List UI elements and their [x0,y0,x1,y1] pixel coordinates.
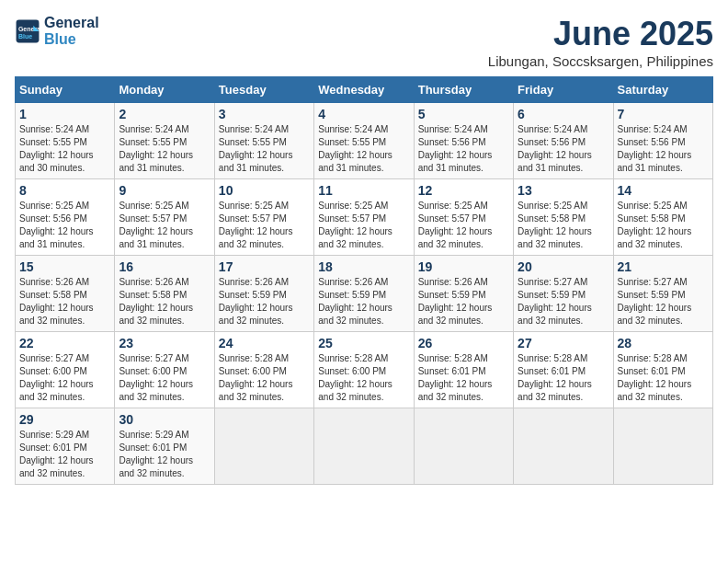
table-row: 20Sunrise: 5:27 AMSunset: 5:59 PMDayligh… [514,256,613,332]
calendar-body: 1Sunrise: 5:24 AMSunset: 5:55 PMDaylight… [16,103,713,485]
day-number: 14 [618,183,709,198]
day-number: 27 [518,336,609,350]
day-info: Sunrise: 5:25 AMSunset: 5:57 PMDaylight:… [418,200,509,251]
weekday-header: Wednesday [314,77,414,103]
table-row: 30Sunrise: 5:29 AMSunset: 6:01 PMDayligh… [115,408,214,485]
weekday-header: Thursday [414,77,513,103]
table-row: 4Sunrise: 5:24 AMSunset: 5:55 PMDaylight… [314,103,414,179]
logo-icon: General Blue [15,18,40,44]
day-info: Sunrise: 5:28 AMSunset: 6:01 PMDaylight:… [618,352,709,404]
day-info: Sunrise: 5:27 AMSunset: 6:00 PMDaylight:… [119,352,210,404]
table-row: 3Sunrise: 5:24 AMSunset: 5:55 PMDaylight… [214,103,313,179]
weekday-header: Tuesday [214,77,313,103]
table-row: 6Sunrise: 5:24 AMSunset: 5:56 PMDaylight… [514,103,613,179]
day-info: Sunrise: 5:24 AMSunset: 5:55 PMDaylight:… [19,123,110,175]
table-row: 10Sunrise: 5:25 AMSunset: 5:57 PMDayligh… [214,179,313,256]
table-row: 22Sunrise: 5:27 AMSunset: 6:00 PMDayligh… [16,332,115,408]
day-number: 16 [119,259,210,274]
day-number: 18 [318,259,409,274]
day-number: 15 [19,259,110,274]
day-number: 19 [418,259,509,274]
header: General Blue General Blue June 2025 Libu… [15,15,713,69]
calendar-week-row: 15Sunrise: 5:26 AMSunset: 5:58 PMDayligh… [16,256,713,332]
day-number: 13 [518,183,609,198]
table-row [314,408,414,485]
calendar-week-row: 8Sunrise: 5:25 AMSunset: 5:56 PMDaylight… [16,179,713,256]
table-row: 9Sunrise: 5:25 AMSunset: 5:57 PMDaylight… [115,179,214,256]
day-info: Sunrise: 5:24 AMSunset: 5:55 PMDaylight:… [318,123,409,175]
calendar-table: SundayMondayTuesdayWednesdayThursdayFrid… [15,76,713,485]
table-row: 16Sunrise: 5:26 AMSunset: 5:58 PMDayligh… [115,256,214,332]
table-row: 18Sunrise: 5:26 AMSunset: 5:59 PMDayligh… [314,256,414,332]
day-number: 17 [219,259,310,274]
table-row: 17Sunrise: 5:26 AMSunset: 5:59 PMDayligh… [214,256,313,332]
table-row: 28Sunrise: 5:28 AMSunset: 6:01 PMDayligh… [613,332,712,408]
day-info: Sunrise: 5:24 AMSunset: 5:56 PMDaylight:… [518,123,609,175]
table-row [613,408,712,485]
day-number: 3 [219,107,310,121]
table-row: 24Sunrise: 5:28 AMSunset: 6:00 PMDayligh… [214,332,313,408]
day-number: 7 [618,107,709,121]
table-row: 25Sunrise: 5:28 AMSunset: 6:00 PMDayligh… [314,332,414,408]
logo-general: General [44,15,99,31]
day-info: Sunrise: 5:25 AMSunset: 5:57 PMDaylight:… [119,200,210,251]
day-info: Sunrise: 5:27 AMSunset: 5:59 PMDaylight:… [518,276,609,327]
table-row: 5Sunrise: 5:24 AMSunset: 5:56 PMDaylight… [414,103,513,179]
day-info: Sunrise: 5:29 AMSunset: 6:01 PMDaylight:… [19,429,110,480]
day-number: 30 [119,412,210,427]
table-row: 1Sunrise: 5:24 AMSunset: 5:55 PMDaylight… [16,103,115,179]
day-info: Sunrise: 5:28 AMSunset: 6:00 PMDaylight:… [318,352,409,404]
day-info: Sunrise: 5:26 AMSunset: 5:59 PMDaylight:… [418,276,509,327]
location-title: Libungan, Soccsksargen, Philippines [488,53,713,69]
day-number: 12 [418,183,509,198]
day-number: 21 [618,259,709,274]
title-area: June 2025 Libungan, Soccsksargen, Philip… [488,15,713,69]
calendar-week-row: 1Sunrise: 5:24 AMSunset: 5:55 PMDaylight… [16,103,713,179]
day-number: 8 [19,183,110,198]
day-number: 24 [219,336,310,350]
day-info: Sunrise: 5:26 AMSunset: 5:58 PMDaylight:… [19,276,110,327]
table-row: 26Sunrise: 5:28 AMSunset: 6:01 PMDayligh… [414,332,513,408]
day-number: 23 [119,336,210,350]
day-number: 10 [219,183,310,198]
table-row: 27Sunrise: 5:28 AMSunset: 6:01 PMDayligh… [514,332,613,408]
table-row: 29Sunrise: 5:29 AMSunset: 6:01 PMDayligh… [16,408,115,485]
weekday-header: Sunday [16,77,115,103]
table-row [214,408,313,485]
day-info: Sunrise: 5:27 AMSunset: 6:00 PMDaylight:… [19,352,110,404]
table-row: 13Sunrise: 5:25 AMSunset: 5:58 PMDayligh… [514,179,613,256]
day-number: 1 [19,107,110,121]
table-row [414,408,513,485]
logo-blue: Blue [44,31,99,48]
day-info: Sunrise: 5:25 AMSunset: 5:56 PMDaylight:… [19,200,110,251]
day-number: 2 [119,107,210,121]
day-number: 22 [19,336,110,350]
day-number: 9 [119,183,210,198]
weekday-header: Friday [514,77,613,103]
calendar-header: SundayMondayTuesdayWednesdayThursdayFrid… [16,77,713,103]
table-row: 12Sunrise: 5:25 AMSunset: 5:57 PMDayligh… [414,179,513,256]
day-info: Sunrise: 5:29 AMSunset: 6:01 PMDaylight:… [119,429,210,480]
day-info: Sunrise: 5:27 AMSunset: 5:59 PMDaylight:… [618,276,709,327]
day-number: 20 [518,259,609,274]
month-title: June 2025 [488,15,713,53]
table-row: 7Sunrise: 5:24 AMSunset: 5:56 PMDaylight… [613,103,712,179]
day-number: 6 [518,107,609,121]
day-info: Sunrise: 5:26 AMSunset: 5:58 PMDaylight:… [119,276,210,327]
day-info: Sunrise: 5:25 AMSunset: 5:57 PMDaylight:… [219,200,310,251]
day-info: Sunrise: 5:24 AMSunset: 5:55 PMDaylight:… [119,123,210,175]
table-row: 2Sunrise: 5:24 AMSunset: 5:55 PMDaylight… [115,103,214,179]
calendar-week-row: 22Sunrise: 5:27 AMSunset: 6:00 PMDayligh… [16,332,713,408]
day-info: Sunrise: 5:24 AMSunset: 5:56 PMDaylight:… [618,123,709,175]
day-info: Sunrise: 5:26 AMSunset: 5:59 PMDaylight:… [219,276,310,327]
day-number: 26 [418,336,509,350]
logo: General Blue General Blue [15,15,99,48]
day-info: Sunrise: 5:24 AMSunset: 5:56 PMDaylight:… [418,123,509,175]
day-info: Sunrise: 5:28 AMSunset: 6:01 PMDaylight:… [418,352,509,404]
day-number: 29 [19,412,110,427]
day-info: Sunrise: 5:24 AMSunset: 5:55 PMDaylight:… [219,123,310,175]
day-number: 4 [318,107,409,121]
weekday-header: Monday [115,77,214,103]
day-number: 25 [318,336,409,350]
table-row: 11Sunrise: 5:25 AMSunset: 5:57 PMDayligh… [314,179,414,256]
